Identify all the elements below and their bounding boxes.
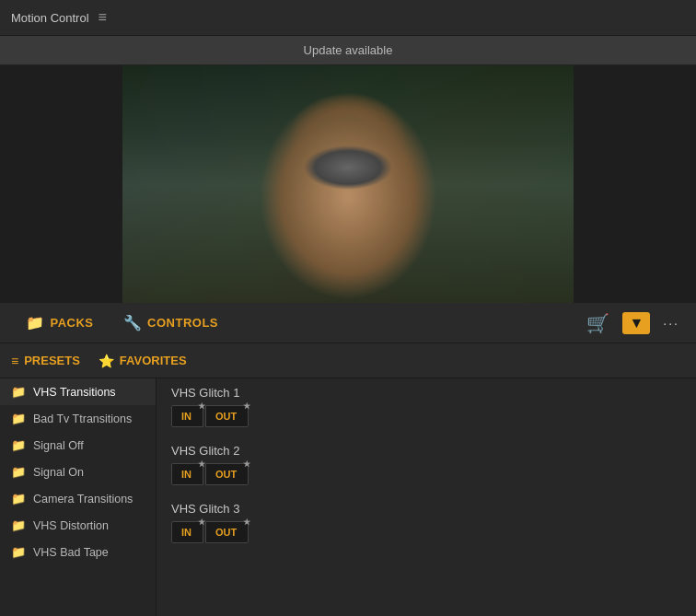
sidebar-item-label: VHS Bad Tape — [33, 546, 109, 559]
tab-packs[interactable]: 📁 PACKS — [11, 307, 109, 339]
sidebar-item-label: VHS Transitions — [33, 386, 116, 399]
controls-wrench-icon: 🔧 — [123, 314, 143, 331]
preset-buttons: ★ IN ★ OUT — [171, 521, 681, 543]
tab-presets[interactable]: ≡ PRESETS — [11, 354, 80, 368]
preset-name: VHS Glitch 1 — [171, 386, 681, 400]
sidebar-item-vhs-distortion[interactable]: 📁 VHS Distortion — [0, 512, 156, 539]
out-button-vhs-glitch-3[interactable]: ★ OUT — [205, 521, 249, 543]
tab-favorites[interactable]: ⭐ FAVORITES — [99, 354, 187, 368]
sidebar-item-label: VHS Distortion — [33, 519, 109, 532]
presets-list-icon: ≡ — [11, 354, 18, 368]
preset-item-vhs-glitch-2: VHS Glitch 2 ★ IN ★ OUT — [171, 444, 681, 485]
presets-list: VHS Glitch 1 ★ IN ★ OUT VHS Glitch 2 ★ I… — [157, 378, 696, 616]
preset-item-vhs-glitch-3: VHS Glitch 3 ★ IN ★ OUT — [171, 502, 681, 543]
preset-buttons: ★ IN ★ OUT — [171, 405, 681, 427]
in-button-vhs-glitch-2[interactable]: ★ IN — [171, 463, 203, 485]
sidebar: 📁 VHS Transitions 📁 Bad Tv Ttransitions … — [0, 378, 157, 616]
more-button[interactable]: ··· — [657, 312, 685, 334]
app-title: Motion Control — [11, 11, 89, 25]
toolbar-right: 🛒 ▼ ··· — [581, 308, 685, 338]
folder-icon: 📁 — [11, 518, 26, 532]
sidebar-item-label: Bad Tv Ttransitions — [33, 413, 132, 425]
favorites-label: FAVORITES — [120, 354, 187, 367]
toolbar: 📁 PACKS 🔧 CONTROLS 🛒 ▼ ··· — [0, 303, 696, 343]
preset-item-vhs-glitch-1: VHS Glitch 1 ★ IN ★ OUT — [171, 386, 681, 427]
folder-icon: 📁 — [11, 545, 26, 559]
sidebar-item-label: Camera Transitions — [33, 493, 133, 506]
update-text: Update available — [304, 43, 393, 57]
star-icon-out-3: ★ — [243, 517, 250, 527]
folder-icon: 📁 — [11, 385, 26, 399]
star-icon-in-1: ★ — [198, 401, 205, 411]
star-icon-out-2: ★ — [243, 459, 250, 469]
preview-area — [0, 65, 696, 303]
update-bar[interactable]: Update available — [0, 36, 696, 65]
cart-button[interactable]: 🛒 — [581, 308, 615, 338]
tab-controls[interactable]: 🔧 CONTROLS — [109, 307, 233, 339]
download-button[interactable]: ▼ — [622, 312, 650, 334]
in-button-vhs-glitch-3[interactable]: ★ IN — [171, 521, 203, 543]
folder-icon: 📁 — [11, 438, 26, 452]
sidebar-item-camera-transitions[interactable]: 📁 Camera Transitions — [0, 485, 156, 512]
sidebar-item-bad-tv[interactable]: 📁 Bad Tv Ttransitions — [0, 405, 156, 432]
folder-icon: 📁 — [11, 465, 26, 479]
preset-name: VHS Glitch 2 — [171, 444, 681, 458]
sidebar-item-vhs-bad-tape[interactable]: 📁 VHS Bad Tape — [0, 539, 156, 565]
preview-image — [122, 65, 574, 303]
star-icon-out-1: ★ — [243, 401, 250, 411]
presets-label: PRESETS — [24, 354, 80, 367]
sidebar-item-signal-off[interactable]: 📁 Signal Off — [0, 432, 156, 459]
folder-icon: 📁 — [11, 492, 26, 506]
menu-icon[interactable]: ≡ — [99, 9, 107, 26]
favorites-star-icon: ⭐ — [99, 354, 114, 368]
packs-label: PACKS — [51, 316, 94, 330]
out-button-vhs-glitch-2[interactable]: ★ OUT — [205, 463, 249, 485]
sidebar-item-signal-on[interactable]: 📁 Signal On — [0, 459, 156, 485]
star-icon-in-2: ★ — [198, 459, 205, 469]
sidebar-item-label: Signal Off — [33, 439, 84, 452]
out-button-vhs-glitch-1[interactable]: ★ OUT — [205, 405, 249, 427]
sidebar-item-label: Signal On — [33, 466, 84, 479]
star-icon-in-3: ★ — [198, 517, 205, 527]
main-content: 📁 VHS Transitions 📁 Bad Tv Ttransitions … — [0, 378, 696, 616]
sidebar-item-vhs-transitions[interactable]: 📁 VHS Transitions — [0, 378, 156, 405]
preset-buttons: ★ IN ★ OUT — [171, 463, 681, 485]
folder-icon: 📁 — [11, 412, 26, 425]
in-button-vhs-glitch-1[interactable]: ★ IN — [171, 405, 203, 427]
packs-folder-icon: 📁 — [26, 314, 45, 331]
preset-name: VHS Glitch 3 — [171, 502, 681, 516]
presets-bar: ≡ PRESETS ⭐ FAVORITES — [0, 343, 696, 378]
controls-label: CONTROLS — [147, 316, 218, 330]
app-header: Motion Control ≡ — [0, 0, 696, 36]
